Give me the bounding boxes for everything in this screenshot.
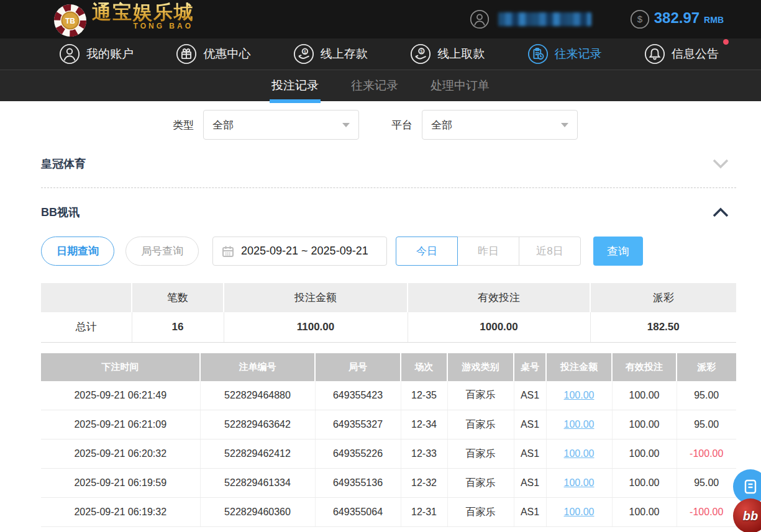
bell-icon: [644, 43, 665, 65]
nav-item-records[interactable]: 往来记录: [527, 43, 602, 65]
cell-table-no: AS1: [514, 381, 546, 410]
summary-header-valid-bet: 有效投注: [408, 283, 590, 312]
top-bar: TB 通宝娱乐城 TONG BAO $ 382.97 RMB: [0, 0, 761, 38]
table-row: 2025-09-21 06:19:59522829461334649355136…: [41, 469, 736, 498]
nav-label: 线上存款: [321, 46, 368, 62]
cell-bet-id: 522829464880: [200, 381, 315, 410]
active-tab-underline: [270, 99, 321, 103]
document-icon: [742, 479, 759, 495]
type-select[interactable]: 全部: [203, 110, 359, 140]
cell-table-no: AS1: [514, 440, 546, 469]
search-button[interactable]: 查询: [593, 237, 643, 266]
cell-valid-bet: 100.00: [612, 440, 677, 469]
cell-bet-amount: 100.00: [546, 469, 612, 498]
bet-amount-link[interactable]: 100.00: [564, 419, 595, 430]
cell-bet-time: 2025-09-21 06:19:32: [41, 498, 200, 527]
today-button[interactable]: 今日: [396, 237, 458, 266]
nav-item-promotions[interactable]: 优惠中心: [176, 43, 250, 65]
nav-item-deposit[interactable]: $ 线上存款: [293, 43, 368, 65]
balance[interactable]: $ 382.97 RMB: [630, 9, 724, 29]
bet-table-header-row: 下注时间 注单编号 局号 场次 游戏类别 桌号 投注金额 有效投注 派彩: [41, 353, 736, 381]
site-logo[interactable]: TB 通宝娱乐城 TONG BAO: [53, 2, 194, 37]
nav-label: 信息公告: [672, 46, 719, 62]
withdraw-icon: $: [410, 43, 431, 65]
nav-label: 优惠中心: [203, 46, 250, 62]
content: 类型 全部 平台 全部 皇冠体育 BB视讯: [0, 110, 761, 527]
last8days-button[interactable]: 近8日: [519, 237, 581, 266]
cell-bet-id: 522829460360: [200, 498, 315, 527]
type-select-value: 全部: [212, 118, 234, 132]
tab-transaction-records[interactable]: 往来记录: [349, 70, 400, 101]
cell-payout: -100.00: [677, 498, 736, 527]
nav-item-withdraw[interactable]: $ 线上取款: [410, 43, 485, 65]
table-row: 2025-09-21 06:19:32522829460360649355064…: [41, 498, 736, 527]
notification-dot: [723, 39, 729, 45]
cell-session: 12-31: [401, 498, 447, 527]
header-session: 场次: [401, 353, 447, 381]
yesterday-button[interactable]: 昨日: [457, 237, 519, 266]
platform-filter-label: 平台: [391, 118, 412, 132]
site-subtitle: TONG BAO: [134, 22, 193, 30]
cell-round-id: 649355064: [315, 498, 401, 527]
user-icon: [59, 43, 80, 65]
user-avatar-icon: [470, 9, 490, 29]
bb-brand-float-button[interactable]: bb: [733, 498, 761, 532]
svg-text:TB: TB: [65, 17, 75, 25]
tab-bet-records[interactable]: 投注记录: [270, 70, 321, 101]
cell-bet-id: 522829463642: [200, 410, 315, 440]
date-query-button[interactable]: 日期查询: [41, 237, 114, 266]
chevron-up-icon[interactable]: [713, 207, 729, 217]
bet-amount-link[interactable]: 100.00: [564, 448, 595, 459]
cell-game-type: 百家乐: [447, 469, 514, 498]
chevron-down-icon: [342, 123, 350, 127]
section-crown-sports[interactable]: 皇冠体育: [41, 140, 736, 188]
header-bet-time: 下注时间: [41, 353, 200, 381]
round-query-button[interactable]: 局号查询: [125, 237, 199, 266]
tab-pending-orders[interactable]: 处理中订单: [429, 70, 491, 101]
gift-icon: [176, 43, 197, 65]
section-title: 皇冠体育: [41, 156, 86, 171]
cell-payout: 95.00: [677, 381, 736, 410]
cell-bet-id: 522829461334: [200, 469, 315, 498]
username-masked[interactable]: [498, 12, 591, 26]
calendar-icon: [222, 245, 234, 258]
bet-amount-link[interactable]: 100.00: [564, 507, 595, 517]
chevron-down-icon[interactable]: [713, 159, 729, 169]
bet-records-table: 下注时间 注单编号 局号 场次 游戏类别 桌号 投注金额 有效投注 派彩 202…: [41, 353, 736, 528]
cell-round-id: 649355423: [315, 381, 401, 410]
records-icon: [527, 43, 549, 65]
cell-bet-time: 2025-09-21 06:20:32: [41, 440, 200, 469]
summary-table: 笔数 投注金额 有效投注 派彩 总计 16 1100.00 1000.00 18…: [41, 283, 736, 343]
chevron-down-icon: [561, 123, 568, 127]
nav-item-my-account[interactable]: 我的账户: [59, 43, 134, 65]
query-controls: 日期查询 局号查询 2025-09-21 ~ 2025-09-21 今日 昨日 …: [41, 237, 736, 266]
section-bb-video[interactable]: BB视讯: [41, 205, 736, 220]
coin-icon: $: [630, 9, 650, 29]
balance-amount: 382.97: [654, 9, 699, 27]
bet-amount-link[interactable]: 100.00: [564, 390, 595, 400]
cell-game-type: 百家乐: [447, 498, 514, 527]
cell-payout: 95.00: [677, 469, 736, 498]
header-game-type: 游戏类别: [447, 353, 514, 381]
header-payout: 派彩: [677, 353, 736, 381]
table-row: 2025-09-21 06:21:49522829464880649355423…: [41, 381, 736, 410]
cell-bet-amount: 100.00: [546, 381, 612, 410]
summary-header-payout: 派彩: [590, 283, 736, 312]
nav-item-announcements[interactable]: 信息公告: [644, 43, 719, 65]
cell-bet-amount: 100.00: [546, 440, 612, 469]
cell-bet-id: 522829462412: [200, 440, 315, 469]
date-range-input[interactable]: 2025-09-21 ~ 2025-09-21: [212, 237, 387, 266]
cell-valid-bet: 100.00: [612, 410, 677, 440]
balance-currency: RMB: [704, 15, 724, 25]
cell-table-no: AS1: [514, 410, 546, 440]
table-row: 2025-09-21 06:20:32522829462412649355226…: [41, 440, 736, 469]
bet-amount-link[interactable]: 100.00: [564, 477, 595, 488]
cell-bet-time: 2025-09-21 06:21:49: [41, 381, 200, 410]
cell-payout: 95.00: [677, 410, 736, 440]
cell-valid-bet: 100.00: [612, 498, 677, 527]
bet-table-body: 2025-09-21 06:21:49522829464880649355423…: [41, 381, 736, 527]
summary-header-count: 笔数: [132, 283, 224, 312]
cell-valid-bet: 100.00: [612, 469, 677, 498]
tab-label: 投注记录: [271, 78, 319, 94]
platform-select[interactable]: 全部: [422, 110, 578, 140]
